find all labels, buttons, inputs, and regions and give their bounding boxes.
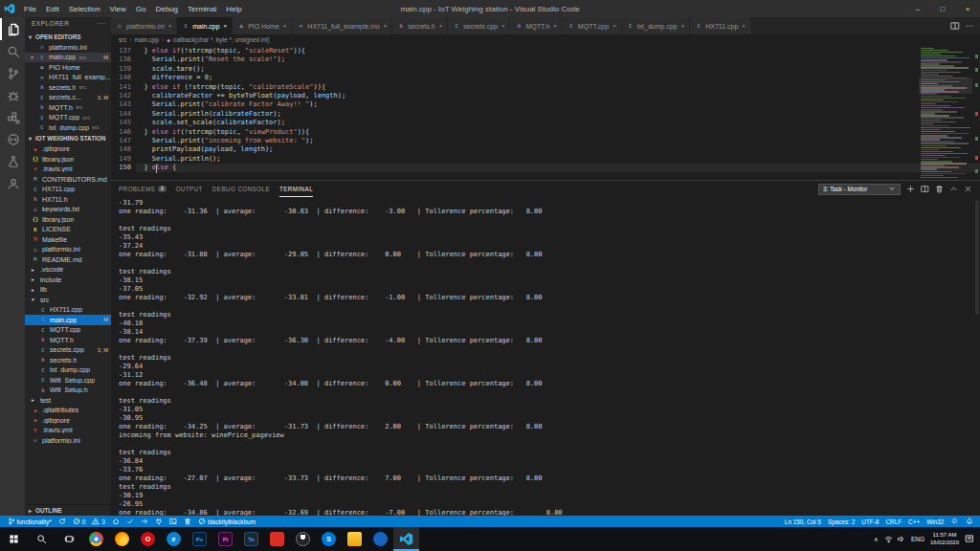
close-icon[interactable]: × [681, 23, 685, 29]
tree-item-Wifi_Setup.cpp[interactable]: CWifi_Setup.cpp [25, 375, 111, 386]
tree-item-include[interactable]: ▸include [25, 275, 111, 285]
kill-terminal-button[interactable] [935, 185, 944, 193]
status-pio-upload[interactable] [137, 516, 151, 527]
panel-tab-problems[interactable]: PROBLEMS3 [119, 181, 167, 197]
breadcrumb-item[interactable]: src [119, 36, 126, 43]
tree-item-txt_dump.cpp[interactable]: Ctxt_dump.cpp [25, 365, 111, 376]
tree-item-LICENSE[interactable]: KLICENSE [25, 225, 111, 235]
tab-secrets.cpp[interactable]: Csecrets.cpp× [448, 17, 510, 34]
status-pio-serial[interactable] [151, 516, 166, 527]
code-line[interactable]: difference = 0; [136, 74, 980, 82]
overview-ruler[interactable] [972, 45, 980, 180]
breadcrumb-item[interactable]: callback(char *, byte *, unsigned int) [173, 36, 269, 43]
close-icon[interactable]: × [283, 23, 287, 29]
close-icon[interactable]: × [742, 23, 746, 29]
panel-scrollbar[interactable] [975, 200, 979, 315]
close-icon[interactable]: × [612, 23, 616, 29]
start-button[interactable] [0, 527, 28, 551]
status-warnings[interactable]: 3 [89, 516, 109, 527]
tab-main.cpp[interactable]: Cmain.cpp× [177, 17, 233, 34]
taskbar-app-app-te[interactable]: Te [238, 527, 264, 551]
code-line[interactable]: } else { [136, 164, 980, 172]
code-line[interactable]: Serial.print("incoming from website: "); [136, 137, 980, 145]
taskbar-app-app-blue[interactable] [368, 527, 393, 551]
activitybar-account[interactable] [0, 172, 25, 194]
taskbar-search-button[interactable] [28, 527, 56, 551]
taskbar-app-chrome[interactable] [83, 527, 109, 551]
more-actions-icon[interactable]: ··· [98, 17, 112, 31]
tree-item-lib[interactable]: ▸lib [25, 285, 111, 296]
status-pio-clean[interactable] [180, 516, 194, 527]
minimize-button[interactable]: – [905, 0, 930, 17]
language-indicator[interactable]: ENG [911, 536, 924, 542]
taskbar-app-vscode[interactable] [393, 527, 419, 551]
split-icon[interactable] [950, 21, 960, 31]
tab-platformio.ini[interactable]: ≡platformio.ini× [111, 17, 177, 34]
maximize-button[interactable]: □ [930, 0, 955, 17]
menu-view[interactable]: View [105, 0, 131, 17]
taskbar-clock[interactable]: 11:57 AM 16/02/2020 [930, 532, 959, 546]
code-line[interactable]: } else if(!strcmp(topic, "viewProduct"))… [136, 128, 980, 137]
close-icon[interactable]: × [439, 23, 443, 29]
menu-debug[interactable]: Debug [150, 0, 183, 17]
open-editor-MQTT.h[interactable]: ×hMQTT.hsrc [25, 102, 111, 113]
minimap-slider[interactable] [919, 77, 972, 94]
status-language-mode[interactable]: C++ [905, 516, 924, 527]
minimap[interactable] [919, 45, 972, 180]
tree-item-.travis.yml[interactable]: Y.travis.yml [25, 165, 111, 175]
tree-item-.gitattributes[interactable]: ◆.gitattributes [25, 406, 111, 416]
taskbar-app-app-pi[interactable]: Pi [212, 527, 238, 551]
tree-item-test[interactable]: ▸test [25, 395, 111, 406]
status-device[interactable]: blackitylblackbum [194, 516, 258, 527]
code-line[interactable]: calibrateFactor += byteToFloat(payload, … [136, 92, 980, 100]
tab-MQTT.cpp[interactable]: CMQTT.cpp× [563, 17, 622, 34]
code-line[interactable]: printPayload(payload, length); [136, 145, 980, 154]
open-editor-secrets.h[interactable]: ×hsecrets.hsrc [25, 82, 111, 93]
menu-edit[interactable]: Edit [41, 0, 64, 17]
tree-item-secrets.cpp[interactable]: Csecrets.cpp3, M [25, 345, 111, 356]
tab-MQTT.h[interactable]: hMQTT.h× [510, 17, 562, 34]
tree-item-Makefile[interactable]: MMakefile [25, 234, 111, 245]
tree-item-HX711.h[interactable]: hHX711.h [25, 194, 111, 205]
tree-item-README.md[interactable]: MREADME.md [25, 254, 111, 265]
menu-file[interactable]: File [19, 0, 41, 17]
code-line[interactable]: Serial.println(); [136, 155, 980, 164]
open-editor-HX711_full_examp...[interactable]: ×∞HX711_full_examp... [25, 73, 111, 83]
status-pio-home[interactable] [108, 516, 122, 527]
menu-help[interactable]: Help [221, 0, 246, 17]
open-editor-txt_dump.cpp[interactable]: ×Ctxt_dump.cppsrc [25, 122, 111, 133]
status-eol[interactable]: CRLF [882, 516, 905, 527]
panel-tab-terminal[interactable]: TERMINAL [279, 181, 313, 197]
status-line-col[interactable]: Ln 150, Col 5 [781, 516, 824, 527]
code-line[interactable]: Serial.print("Reset the scale!"); [136, 55, 980, 64]
open-editors-header[interactable]: ▾ OPEN EDITORS [25, 31, 111, 42]
close-icon[interactable]: × [168, 23, 172, 29]
tree-item-.vscode[interactable]: ▸.vscode [25, 265, 111, 276]
terminal-picker-dropdown[interactable]: 3: Task - Monitor [818, 184, 901, 195]
tree-item-platformio.ini[interactable]: ≡platformio.ini [25, 245, 111, 255]
status-indentation[interactable]: Spaces: 2 [824, 516, 858, 527]
panel-tab-debug-console[interactable]: DEBUG CONSOLE [212, 181, 270, 197]
status-pio-build[interactable] [122, 516, 137, 527]
activitybar-explorer[interactable] [0, 18, 25, 40]
tab-HX711_full_example.ino[interactable]: ∞HX711_full_example.ino× [292, 17, 392, 34]
maximize-panel-button[interactable] [949, 185, 958, 193]
menu-terminal[interactable]: Terminal [183, 0, 221, 17]
status-branch[interactable]: functionality* [4, 516, 55, 527]
action-center-slot[interactable] [965, 534, 974, 544]
new-terminal-button[interactable] [906, 185, 915, 193]
tree-item-main.cpp[interactable]: Cmain.cppM [25, 315, 111, 325]
activitybar-debug[interactable] [0, 84, 25, 106]
terminal-output[interactable]: -31.79one reading: -31.36 | average: -30… [111, 197, 980, 516]
tree-item-CONTRIBUTORS.md[interactable]: MCONTRIBUTORS.md [25, 174, 111, 185]
open-editor-MQTT.cpp[interactable]: ×CMQTT.cppsrc [25, 113, 111, 123]
close-icon[interactable]: × [224, 23, 228, 29]
task-view-button[interactable] [56, 527, 83, 551]
tree-item-src[interactable]: ▾src [25, 295, 111, 305]
open-editor-main.cpp[interactable]: ×Cmain.cppsrcM [25, 53, 111, 63]
taskbar-app-obs[interactable] [290, 527, 316, 551]
open-editor-PIO Home[interactable]: ×⌂PIO Home [25, 62, 111, 73]
close-panel-button[interactable] [964, 185, 972, 193]
close-icon[interactable]: × [29, 55, 35, 60]
status-notifications[interactable] [962, 516, 976, 527]
